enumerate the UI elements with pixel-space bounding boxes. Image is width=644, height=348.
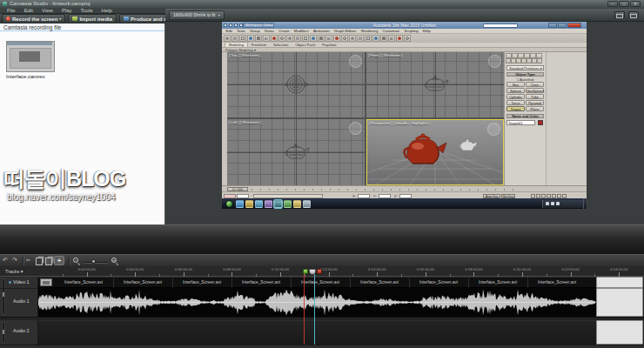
menu-tools[interactable]: Tools [77, 8, 97, 13]
ruler-label: 0:12:00;00 [319, 267, 337, 271]
selection-line [304, 274, 305, 345]
menu-view[interactable]: View [37, 8, 57, 13]
track-scale-slider[interactable] [2, 278, 5, 315]
ruler-label: 0:10:00;00 [272, 267, 289, 271]
max-tool-schematic-view-icon [372, 35, 379, 42]
maximize-button[interactable]: □ [619, 1, 629, 7]
viewcube-icon [488, 55, 501, 68]
zoom-in-icon[interactable]: + [111, 258, 117, 263]
audio-waveform [38, 288, 596, 317]
close-button[interactable]: ✕ [630, 1, 641, 7]
video-frame-3dsmax[interactable]: Autodesk 3ds Max 2015 Untitled Workspace… [222, 22, 587, 209]
title-bar: Camtasia Studio - finiwork.camproj − □ ✕ [0, 0, 644, 8]
viewport-top: [ Top ] [ Wireframe ] [227, 52, 365, 117]
max-tool-selection-region-icon [278, 35, 285, 42]
timeline-ruler[interactable]: Tracks ▾ 0:02:00;000:04:00;000:06:00;000… [0, 266, 644, 277]
undo-icon[interactable]: ↶ [3, 256, 8, 264]
command-panel: Standard Primitives ▾ Object Type □ Auto… [504, 52, 546, 185]
taskbar-internet-explorer-icon [236, 200, 244, 208]
audio-track-1-clip[interactable] [38, 288, 596, 317]
zoom-out-icon[interactable]: - [73, 258, 78, 263]
menu-play[interactable]: Play [57, 8, 77, 13]
command-panel-subtabs [505, 58, 546, 64]
taskbar-folder-icon [293, 200, 301, 208]
clip-thumbnail[interactable] [6, 41, 55, 72]
paste-icon[interactable] [45, 258, 52, 265]
max-menu-customize: Customize [380, 29, 402, 33]
teapot-front-wireframe [421, 75, 449, 94]
header-divider [0, 288, 38, 289]
max-tool-rendered-frame-icon [396, 35, 403, 42]
field-of-view-nav-icon [547, 194, 551, 198]
max-menu-modifiers: Modifiers [292, 29, 311, 33]
split-button[interactable]: + [54, 256, 64, 265]
panel-subtab-space-warps-icon [532, 58, 537, 64]
selection-out-marker[interactable] [317, 269, 322, 274]
viewport-left: [ Left ] [ Wireframe ] [227, 119, 365, 185]
teapot-left-wireframe [282, 143, 310, 162]
primitive-button-teapot: Teapot [506, 106, 525, 111]
tray-icon [551, 202, 554, 205]
record-screen-button[interactable]: Record the screen ▾ [2, 14, 65, 23]
clip-label: Interface_Screen.avi [183, 280, 221, 284]
timeline-empty-region [596, 277, 643, 288]
camtasia-app-icon [3, 2, 7, 6]
max-ribbon-tab-populate: Populate [319, 43, 340, 48]
max-ribbon-tab-object-paint: Object Paint [292, 43, 319, 48]
clip-bin-header: Camtasia recording file [0, 23, 164, 31]
slider-knob[interactable] [3, 330, 4, 334]
menu-file[interactable]: File [3, 8, 20, 13]
timeline-empty-region [596, 288, 643, 317]
max-tool-snaps-toggle-icon [318, 35, 325, 42]
taskbar-explorer-icon [245, 200, 253, 208]
zoom-extents-nav-icon [541, 194, 546, 198]
cut-icon[interactable]: ✂ [26, 256, 30, 264]
max-main-toolbar [222, 34, 587, 43]
preview-zoom-select[interactable]: 1600x900 Shrink to fit ▾ [169, 10, 225, 20]
coord-y-field [379, 194, 391, 198]
max-ribbon-tab-freeform: Freeform [248, 43, 270, 48]
copy-icon[interactable] [36, 258, 43, 265]
panel-subtab-shapes-icon [511, 58, 516, 64]
ruler-label: 0:16:00;00 [417, 267, 434, 271]
main-toolbar: Record the screen ▾ Import media Produce… [0, 14, 165, 23]
max-search-box [483, 23, 518, 28]
zoom-all-nav-icon [536, 194, 540, 198]
preview-pane: 1600x900 Shrink to fit ▾ Autodesk 3ds Ma… [165, 9, 644, 224]
selection-in-marker[interactable] [303, 269, 308, 274]
coord-x-field [358, 194, 370, 198]
teapot-top-wireframe [283, 71, 309, 97]
object-type-rollout: Object Type [506, 72, 544, 77]
taskbar-snipping-tool-icon [265, 200, 272, 208]
minimize-button[interactable]: − [607, 1, 618, 7]
max-tool-redo-icon [255, 35, 262, 42]
auto-key-button: Auto Key [483, 194, 500, 198]
viewport-front: [ Front ] [ Wireframe ] [366, 52, 504, 117]
redo-icon[interactable]: ↷ [12, 256, 17, 264]
zoom-nav-icon [531, 194, 535, 198]
toolbar-separator [23, 257, 24, 265]
menu-edit[interactable]: Edit [20, 8, 37, 13]
viewport-label: [ Left ] [ Wireframe ] [229, 120, 261, 124]
timeline-bottom-strip [0, 345, 644, 348]
video-track-clip[interactable]: Interface_Screen.aviInterface_Screen.avi… [38, 277, 596, 288]
video-track-icon [9, 281, 11, 284]
menu-help[interactable]: Help [97, 8, 117, 13]
preview-detach-button[interactable] [614, 11, 625, 18]
timeline-zoom-slider[interactable] [84, 262, 108, 264]
max-tool-percent-snap-icon [333, 35, 340, 42]
preview-fullscreen-button[interactable] [628, 11, 639, 18]
import-media-button[interactable]: Import media [68, 14, 117, 23]
record-label: Record the screen [12, 17, 57, 22]
audio-track-2[interactable] [38, 320, 596, 345]
maxscript-mini-listener [237, 194, 249, 198]
slider-knob[interactable] [3, 292, 4, 297]
set-key-button: Set Key [501, 194, 515, 198]
max-menu-animation: Animation [311, 29, 332, 33]
max-menu-graph-editors: Graph Editors [332, 29, 359, 33]
panel-empty-area [546, 52, 587, 185]
ruler-label: 0:18:00;00 [465, 267, 482, 271]
zoom-slider-knob[interactable] [91, 259, 96, 264]
show-desktop-button [583, 198, 587, 209]
object-color-swatch [538, 120, 543, 125]
